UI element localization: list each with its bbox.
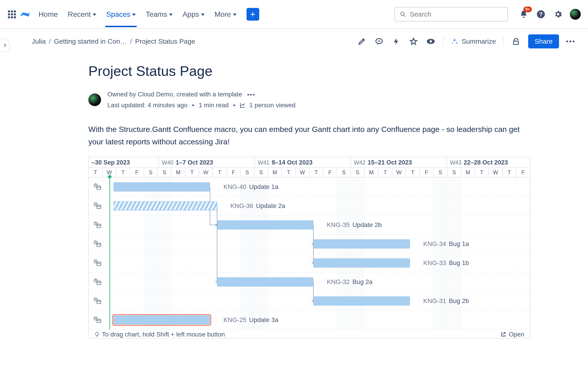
settings-icon[interactable] <box>553 9 564 20</box>
svg-point-8 <box>517 39 519 40</box>
gantt-row: KNG-34Bug 1a <box>89 234 530 253</box>
svg-point-7 <box>430 40 432 43</box>
owner-line: Owned by Cloud Demo, created with a temp… <box>107 91 242 98</box>
confluence-logo-icon[interactable] <box>20 9 30 19</box>
summarize-button[interactable]: Summarize <box>451 38 496 45</box>
gantt-day: S <box>144 168 158 177</box>
gantt-bar[interactable]: KNG-31Bug 2b <box>313 296 410 305</box>
gantt-bar[interactable]: KNG-40Update 1a <box>114 182 210 191</box>
gantt-day: T <box>89 168 103 177</box>
search-box[interactable] <box>394 7 508 21</box>
views-line[interactable]: 1 person viewed <box>249 102 296 109</box>
task-type-icon <box>93 297 101 304</box>
external-link-icon <box>500 331 506 337</box>
gantt-day: F <box>227 168 241 177</box>
gantt-week: W418–14 Oct 2023 <box>255 157 351 168</box>
nav-more-label: More <box>215 10 231 19</box>
gantt-week: W401–7 Oct 2023 <box>159 157 255 168</box>
search-input[interactable] <box>409 10 502 18</box>
svg-rect-25 <box>97 281 101 285</box>
gantt-bar-label: KNG-32Bug 2a <box>327 278 372 286</box>
gantt-day: T <box>503 168 516 177</box>
more-actions-icon[interactable] <box>566 41 574 42</box>
body-paragraph: With the Structure.Gantt Confluence macr… <box>88 123 523 148</box>
today-marker <box>109 177 110 330</box>
gantt-bar-label: KNG-36Update 2a <box>231 202 285 210</box>
gantt-day: F <box>420 168 434 177</box>
gantt-day: S <box>254 168 268 177</box>
gantt-day: T <box>213 168 227 177</box>
breadcrumb-sep: / <box>130 38 132 45</box>
watch-icon[interactable] <box>426 36 436 46</box>
nav-spaces-label: Spaces <box>106 10 131 19</box>
gantt-row: KNG-32Bug 2a <box>89 273 530 291</box>
gantt-bar-label: KNG-34Bug 1a <box>423 240 469 247</box>
breadcrumb-space[interactable]: Julia <box>32 38 46 45</box>
read-time: 1 min read <box>199 102 229 109</box>
page-header-bar: Julia / Getting started in Con… / Projec… <box>0 29 588 54</box>
gantt-bar[interactable]: KNG-34Bug 1a <box>313 239 410 248</box>
nav-icons: 9+ ? <box>518 9 581 20</box>
nav-more[interactable]: More <box>215 2 237 27</box>
svg-rect-19 <box>97 243 101 247</box>
gantt-day: F <box>130 168 144 177</box>
gantt-day: S <box>448 168 461 177</box>
gantt-day: F <box>323 168 337 177</box>
gantt-day: T <box>116 168 130 177</box>
page-meta: Owned by Cloud Demo, created with a temp… <box>88 89 530 110</box>
gantt-row: KNG-31Bug 2b <box>89 291 530 310</box>
user-avatar[interactable] <box>570 9 581 20</box>
nav-links: Home Recent Spaces Teams Apps More <box>38 2 237 27</box>
nav-apps[interactable]: Apps <box>183 2 205 27</box>
gantt-bar[interactable]: KNG-32Bug 2a <box>217 277 314 287</box>
gantt-day: T <box>378 168 392 177</box>
gantt-day: T <box>185 168 199 177</box>
gantt-day: W <box>296 168 310 177</box>
breadcrumb: Julia / Getting started in Con… / Projec… <box>32 38 195 45</box>
gantt-day: S <box>158 168 172 177</box>
nav-recent[interactable]: Recent <box>68 2 96 27</box>
edit-icon[interactable] <box>357 36 367 46</box>
task-type-icon <box>93 240 101 247</box>
app-switcher-icon[interactable] <box>7 10 16 19</box>
gantt-day: T <box>475 168 489 177</box>
gantt-row: KNG-36Update 2a <box>89 197 530 215</box>
gantt-week: W4322–28 Oct 2023 <box>447 157 530 168</box>
gantt-day-header: TWTFSSMTWTFSSMTWTFSSMTWTFSSMTWTF <box>89 168 530 177</box>
top-nav: Home Recent Spaces Teams Apps More + 9+ … <box>0 0 588 29</box>
gantt-bar-label: KNG-31Bug 2b <box>423 297 469 305</box>
restrictions-icon[interactable] <box>511 36 521 46</box>
share-button[interactable]: Share <box>528 34 559 49</box>
gantt-bar[interactable]: KNG-36Update 2a <box>114 201 217 211</box>
nav-teams[interactable]: Teams <box>146 2 172 27</box>
nav-apps-label: Apps <box>183 10 199 19</box>
help-icon[interactable]: ? <box>535 9 546 20</box>
gantt-bar-label: KNG-33Bug 1b <box>423 259 469 267</box>
gantt-open-link[interactable]: Open <box>500 331 524 338</box>
page-actions: Summarize Share <box>357 34 574 49</box>
breadcrumb-sep: / <box>49 38 51 45</box>
gantt-body[interactable]: KNG-40Update 1aKNG-36Update 2aKNG-35Upda… <box>89 177 530 330</box>
nav-home[interactable]: Home <box>38 2 58 27</box>
author-avatar[interactable] <box>88 93 101 106</box>
comment-icon[interactable] <box>374 36 384 46</box>
gantt-row: KNG-35Update 2b <box>89 215 530 234</box>
gantt-bar[interactable]: KNG-35Update 2b <box>217 220 314 230</box>
page-title: Project Status Page <box>88 63 530 79</box>
gantt-day: T <box>282 168 296 177</box>
automation-icon[interactable] <box>391 36 401 46</box>
gantt-day: T <box>310 168 323 177</box>
gantt-bar[interactable]: KNG-33Bug 1b <box>313 258 410 267</box>
svg-rect-10 <box>97 186 101 190</box>
divider <box>503 37 504 46</box>
task-type-icon <box>93 259 101 266</box>
nav-spaces[interactable]: Spaces <box>106 2 136 27</box>
create-button[interactable]: + <box>247 8 259 21</box>
notifications-icon[interactable]: 9+ <box>518 9 529 20</box>
gantt-day: S <box>241 168 254 177</box>
gantt-bar[interactable]: KNG-25Update 3a <box>114 316 210 324</box>
byline-more-icon[interactable] <box>247 94 254 96</box>
breadcrumb-parent[interactable]: Getting started in Con… <box>54 38 127 45</box>
gantt-row: KNG-25Update 3a <box>89 310 530 330</box>
star-icon[interactable] <box>408 36 419 46</box>
